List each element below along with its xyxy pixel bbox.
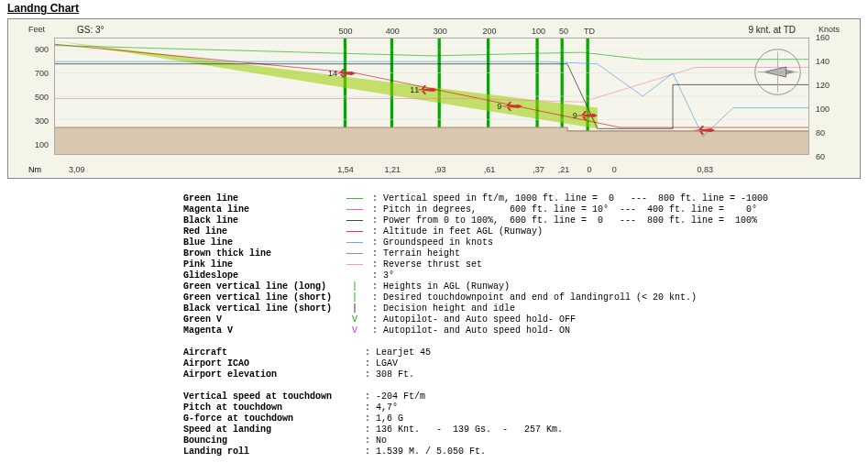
- legend-row: Black line ———: Power from 0 to 100%, 60…: [183, 215, 868, 226]
- legend-row: Glideslope : 3°: [183, 270, 868, 281]
- legend-row: Black vertical line (short) |: Decision …: [183, 303, 868, 314]
- legend-row: Green vertical line (long) |: Heights in…: [183, 281, 868, 292]
- legend-stat-row: G-force at touchdown : 1,6 G: [183, 413, 868, 424]
- compass-icon: [753, 47, 803, 97]
- legend-stat-row: Speed at landing : 136 Knt. - 139 Gs. - …: [183, 424, 868, 435]
- legend-info-row: Airport ICAO : LGAV: [183, 358, 868, 369]
- aircraft-icon: [332, 67, 359, 80]
- legend-row: Green line ———: Vertical speed in ft/m, …: [183, 193, 868, 204]
- legend-row: Red line ———: Altitude in feet AGL (Runw…: [183, 226, 868, 237]
- legend-row: Green vertical line (short) |: Desired t…: [183, 292, 868, 303]
- legend-row: Magenta V V: Autopilot- and Auto speed h…: [183, 325, 868, 336]
- legend-stat-row: Pitch at touchdown : 4,7°: [183, 402, 868, 413]
- legend-block: Green line ———: Vertical speed in ft/m, …: [183, 193, 868, 457]
- landing-chart: Feet Knots GS: 3° 9 knt. at TD Nm 100300…: [7, 18, 861, 179]
- page-title: Landng Chart: [0, 0, 86, 17]
- legend-info-row: Airport elevation : 308 Ft.: [183, 369, 868, 380]
- legend-row: Pink line ———: Reverse thrust set: [183, 259, 868, 270]
- x-axis-unit: Nm: [28, 165, 41, 174]
- y-axis-left-title: Feet: [28, 25, 45, 34]
- legend-stat-row: Landing roll : 1.539 M. / 5.050 Ft.: [183, 446, 868, 457]
- legend-row: Green V V: Autopilot- and Auto speed hol…: [183, 314, 868, 325]
- legend-info-row: Aircraft : Learjet 45: [183, 347, 868, 358]
- glideslope-label: GS: 3°: [77, 25, 104, 35]
- aircraft-icon: [574, 109, 601, 122]
- legend-stat-row: Vertical speed at touchdown : -204 Ft/m: [183, 391, 868, 402]
- legend-row: Magenta line ———: Pitch in degrees, 600 …: [183, 204, 868, 215]
- touchdown-speed-label: 9 knt. at TD: [748, 25, 796, 35]
- legend-row: Brown thick line ———: Terrain height: [183, 248, 868, 259]
- legend-stat-row: Bouncing : No: [183, 435, 868, 446]
- aircraft-icon: [413, 83, 441, 96]
- aircraft-icon: [691, 124, 719, 137]
- legend-row: Blue line ———: Groundspeed in knots: [183, 237, 868, 248]
- aircraft-icon: [499, 100, 526, 113]
